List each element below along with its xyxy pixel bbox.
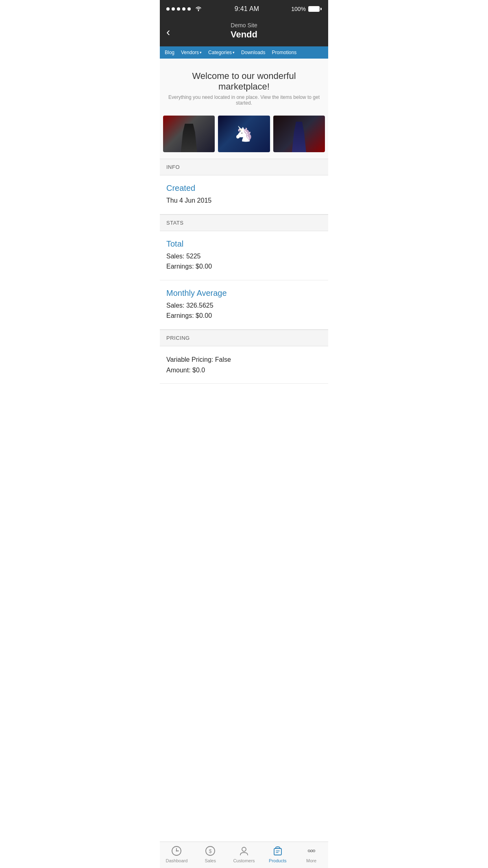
stats-section-header: STATS xyxy=(160,214,328,231)
variable-pricing: Variable Pricing: False xyxy=(166,354,322,365)
categories-caret-icon: ▾ xyxy=(233,50,235,55)
total-stats-section: Total Sales: 5225 Earnings: $0.00 xyxy=(160,231,328,280)
amount: Amount: $0.0 xyxy=(166,365,322,376)
nav-item-vendors[interactable]: Vendors ▾ xyxy=(181,50,202,55)
wifi-icon xyxy=(194,6,203,12)
total-label: Total xyxy=(166,239,322,249)
back-button[interactable]: ‹ xyxy=(166,26,170,39)
hero-heading: Welcome to our wonderful marketplace! xyxy=(168,71,320,92)
nav-item-blog-label: Blog xyxy=(165,50,174,55)
nav-item-promotions-label: Promotions xyxy=(272,50,296,55)
monthly-avg-label: Monthly Average xyxy=(166,289,322,298)
svg-point-0 xyxy=(198,10,199,11)
battery-percent: 100% xyxy=(291,6,306,12)
monthly-avg-section: Monthly Average Sales: 326.5625 Earnings… xyxy=(160,280,328,330)
hero-section: Welcome to our wonderful marketplace! Ev… xyxy=(160,59,328,116)
created-value: Thu 4 Jun 2015 xyxy=(166,195,322,206)
vendors-caret-icon: ▾ xyxy=(200,50,202,55)
total-earnings: Earnings: $0.00 xyxy=(166,261,322,272)
gallery-image-3[interactable] xyxy=(273,116,325,152)
monthly-earnings: Earnings: $0.00 xyxy=(166,310,322,321)
nav-item-vendors-label: Vendors xyxy=(181,50,199,55)
pricing-section-header: PRICING xyxy=(160,330,328,346)
site-title: Vendd xyxy=(166,29,322,40)
nav-item-categories-label: Categories xyxy=(208,50,232,55)
image-gallery xyxy=(160,116,328,159)
info-section-header: INFO xyxy=(160,159,328,175)
nav-item-blog[interactable]: Blog xyxy=(165,50,174,55)
created-section: Created Thu 4 Jun 2015 xyxy=(160,175,328,214)
nav-item-categories[interactable]: Categories ▾ xyxy=(208,50,235,55)
signal-indicators xyxy=(166,6,203,12)
created-label: Created xyxy=(166,184,322,193)
nav-item-downloads[interactable]: Downloads xyxy=(241,50,265,55)
gallery-image-1[interactable] xyxy=(163,116,215,152)
status-bar: 9:41 AM 100% xyxy=(160,0,328,18)
battery-indicator: 100% xyxy=(291,6,322,12)
battery-icon xyxy=(308,6,322,12)
status-time: 9:41 AM xyxy=(235,5,259,13)
hero-subheading: Everything you need located in one place… xyxy=(168,94,320,106)
nav-item-promotions[interactable]: Promotions xyxy=(272,50,296,55)
total-sales: Sales: 5225 xyxy=(166,251,322,262)
blue-nav-bar: Blog Vendors ▾ Categories ▾ Downloads Pr… xyxy=(160,46,328,59)
nav-header: ‹ Demo Site Vendd xyxy=(160,18,328,46)
site-label: Demo Site xyxy=(166,22,322,28)
pricing-section: Variable Pricing: False Amount: $0.0 xyxy=(160,346,328,384)
nav-item-downloads-label: Downloads xyxy=(241,50,265,55)
gallery-image-2[interactable] xyxy=(218,116,270,152)
monthly-sales: Sales: 326.5625 xyxy=(166,300,322,311)
